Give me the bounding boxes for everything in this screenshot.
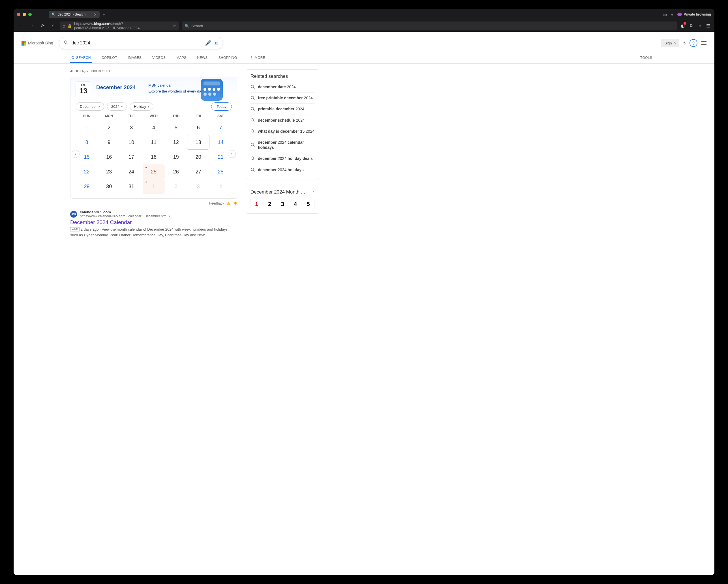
related-search-item[interactable]: december schedule 2024 [251, 114, 314, 126]
account-icon[interactable]: ● [671, 12, 674, 17]
calendar-day[interactable]: 19 [165, 150, 187, 164]
calendar-day[interactable]: 25 [142, 164, 165, 179]
related-search-item[interactable]: december date 2024 [251, 81, 314, 92]
calendar-day[interactable]: 14 [209, 135, 232, 150]
browser-tab[interactable]: 🔍 dec 2024 - Search ✕ [49, 11, 100, 18]
calendar-day[interactable]: 2 [98, 120, 120, 135]
maximize-window[interactable] [28, 13, 32, 16]
calendar-day[interactable]: 2 [165, 179, 187, 194]
calendar-day[interactable]: 30 [98, 179, 120, 194]
settings-hamburger-icon[interactable] [701, 41, 706, 45]
calendar-day[interactable]: 3 [187, 179, 209, 194]
calendar-day[interactable]: 20 [187, 150, 209, 164]
calendar-day[interactable]: 22 [76, 164, 98, 179]
tab-videos[interactable]: VIDEOS [151, 52, 167, 63]
calendar-day[interactable]: 5 [165, 120, 187, 135]
new-tab-button[interactable]: + [102, 11, 106, 18]
close-window[interactable] [17, 13, 20, 16]
chevron-right-icon[interactable]: › [313, 190, 314, 195]
monthly-calendar-card[interactable]: December 2024 Monthl… › 12345 [246, 185, 319, 214]
related-search-item[interactable]: printable december 2024 [251, 103, 314, 114]
downloads-icon[interactable]: ▭ [662, 12, 667, 17]
voice-search-icon[interactable]: 🎤 [205, 40, 211, 46]
calendar-day[interactable]: 1 [142, 179, 165, 194]
rewards-icon[interactable]: ⬡ [690, 39, 697, 47]
feedback-label[interactable]: Feedback [209, 202, 224, 206]
calendar-day[interactable]: 21 [209, 150, 232, 164]
calendar-day[interactable]: 18 [142, 150, 165, 164]
result-url[interactable]: https://www.calendar-365.com › calendar … [80, 214, 170, 218]
calendar-day[interactable]: 6 [187, 120, 209, 135]
tab-news[interactable]: NEWS [196, 52, 209, 63]
related-search-item[interactable]: december 2024 holiday deals [251, 153, 314, 164]
signin-button[interactable]: Sign in [660, 39, 679, 47]
calendar-day[interactable]: 4 [209, 179, 232, 194]
msn-calendar-sub-link[interactable]: Explore the wonders of every day [148, 89, 203, 94]
calendar-days-grid: 1234567891011121314151617181920212223242… [76, 120, 232, 194]
thumbs-up-icon[interactable]: 👍 [227, 202, 231, 206]
bing-search-box[interactable]: 🎤 ⧈ [59, 37, 223, 49]
chevron-down-icon[interactable]: ▾ [168, 214, 170, 218]
related-search-item[interactable]: december 2024 calendar holidays [251, 137, 314, 153]
extension-icon[interactable]: ◐2 [680, 23, 685, 29]
tab-images[interactable]: IMAGES [127, 52, 142, 63]
msn-calendar-link[interactable]: MSN calendar [148, 83, 172, 87]
related-search-item[interactable]: what day is december 15 2024 [251, 126, 314, 137]
calendar-day[interactable]: 11 [142, 135, 165, 150]
tab-tools[interactable]: TOOLS [639, 52, 658, 63]
search-icon[interactable] [64, 40, 68, 46]
calendar-day[interactable]: 9 [98, 135, 120, 150]
weekday-label: FRI [187, 114, 209, 118]
bookmark-star-icon[interactable]: ☆ [173, 24, 176, 28]
back-button[interactable]: ← [17, 22, 25, 30]
minimize-window[interactable] [23, 13, 26, 16]
calendar-day[interactable]: 24 [120, 164, 142, 179]
overflow-icon[interactable]: » [697, 23, 703, 29]
search-icon [251, 156, 255, 161]
calendar-day[interactable]: 16 [98, 150, 120, 164]
extensions-puzzle-icon[interactable]: ⧉ [688, 23, 694, 29]
calendar-day[interactable]: 8 [76, 135, 98, 150]
tab-shopping[interactable]: SHOPPING [217, 52, 238, 63]
calendar-day[interactable]: 1 [76, 120, 98, 135]
today-button[interactable]: Today [211, 102, 232, 111]
calendar-day[interactable]: 27 [187, 164, 209, 179]
home-button[interactable]: ⌂ [49, 22, 57, 30]
calendar-day[interactable]: 31 [120, 179, 142, 194]
calendar-day[interactable]: 28 [209, 164, 232, 179]
reload-button[interactable]: ⟳ [38, 22, 46, 30]
calendar-day[interactable]: 10 [120, 135, 142, 150]
browser-search-bar[interactable]: 🔍 Search [182, 22, 677, 30]
calendar-day[interactable]: 29 [76, 179, 98, 194]
tab-maps[interactable]: MAPS [175, 52, 187, 63]
bing-logo[interactable]: Microsoft Bing [22, 41, 53, 46]
result-title-link[interactable]: December 2024 Calendar [70, 219, 237, 225]
thumbs-down-icon[interactable]: 👎 [233, 202, 237, 206]
holiday-selector[interactable]: Holiday▾ [130, 102, 153, 111]
month-selector[interactable]: December▾ [76, 102, 104, 111]
close-tab-icon[interactable]: ✕ [94, 12, 97, 17]
calendar-day[interactable]: 23 [98, 164, 120, 179]
shield-icon[interactable]: ⍜ [63, 24, 65, 28]
related-search-item[interactable]: free printable december 2024 [251, 92, 314, 103]
related-search-item[interactable]: december 2024 holidays [251, 164, 314, 175]
tab-more[interactable]: ⋮MORE [248, 52, 266, 63]
tab-copilot[interactable]: COPILOT [101, 52, 118, 63]
calendar-day[interactable]: 4 [142, 120, 165, 135]
calendar-day[interactable]: 12 [165, 135, 187, 150]
search-input[interactable] [72, 41, 202, 46]
calendar-day[interactable]: 3 [120, 120, 142, 135]
calendar-day[interactable]: 7 [209, 120, 232, 135]
calendar-day[interactable]: 15 [76, 150, 98, 164]
tab-search[interactable]: SEARCH [70, 52, 92, 63]
address-bar[interactable]: ⍜ 🔒 https://www.bing.com/search?pc=MOZI&… [60, 22, 179, 30]
image-search-icon[interactable]: ⧈ [215, 40, 218, 46]
year-selector[interactable]: 2024▾ [107, 102, 127, 111]
window-controls[interactable] [17, 13, 32, 16]
calendar-day[interactable]: 17 [120, 150, 142, 164]
lock-icon[interactable]: 🔒 [68, 24, 72, 28]
menu-icon[interactable]: ☰ [705, 23, 711, 29]
calendar-day[interactable]: 13 [187, 135, 209, 150]
calendar-day[interactable]: 26 [165, 164, 187, 179]
today-date-box: Fri. 13 [76, 81, 91, 97]
